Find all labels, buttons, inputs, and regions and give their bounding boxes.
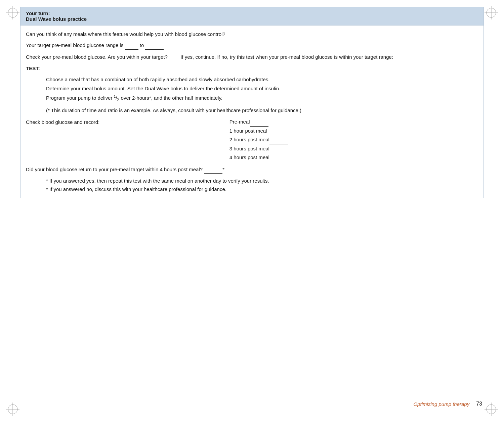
test-instruction-3: Program your pump to deliver 1/2 over 2-… xyxy=(46,94,478,103)
info-box-body: Can you think of any meals where this fe… xyxy=(20,26,484,198)
blank-4 xyxy=(204,166,222,174)
record-items: Pre-meal 1 hour post meal 2 hours post m… xyxy=(229,118,478,162)
question-3: Check your pre-meal blood glucose. Are y… xyxy=(26,53,478,61)
corner-mark-top-left xyxy=(6,6,19,19)
followup-block: * If you answered yes, then repeat this … xyxy=(46,177,478,193)
test-instruction-1: Choose a meal that has a combination of … xyxy=(46,76,478,83)
record-3hr: 3 hours post meal xyxy=(229,144,478,153)
subtitle-label: Dual Wave bolus practice xyxy=(26,16,478,22)
blank-1 xyxy=(125,41,138,49)
corner-mark-bottom-left xyxy=(6,403,19,416)
disclaimer-text: (* This duration of time and ratio is an… xyxy=(46,106,478,114)
disclaimer-block: (* This duration of time and ratio is an… xyxy=(46,106,478,114)
your-turn-label: Your turn: xyxy=(26,10,478,16)
test-instructions-block: Choose a meal that has a combination of … xyxy=(46,76,478,103)
blank-2 xyxy=(145,41,164,49)
info-box: Your turn: Dual Wave bolus practice Can … xyxy=(20,7,484,198)
corner-mark-top-right xyxy=(485,6,498,19)
record-4hr: 4 hours post meal xyxy=(229,153,478,162)
main-content: Your turn: Dual Wave bolus practice Can … xyxy=(20,7,484,198)
info-box-header: Your turn: Dual Wave bolus practice xyxy=(20,7,484,26)
page-number: 73 xyxy=(476,401,482,407)
test-label: TEST: xyxy=(26,64,478,72)
blank-3 xyxy=(169,53,179,61)
record-1hr: 1 hour post meal xyxy=(229,127,478,136)
followup-1: * If you answered yes, then repeat this … xyxy=(46,177,478,185)
test-instruction-2: Determine your meal bolus amount. Set th… xyxy=(46,85,478,92)
followup-2: * If you answered no, discuss this with … xyxy=(46,185,478,193)
record-section: Check blood glucose and record: Pre-meal… xyxy=(26,118,478,162)
page-footer: Optimizing pump therapy 73 xyxy=(413,401,482,407)
record-2hr: 2 hours post meal xyxy=(229,135,478,144)
corner-mark-bottom-right xyxy=(485,403,498,416)
record-pre-meal: Pre-meal xyxy=(229,118,478,127)
question-2: Your target pre-meal blood glucose range… xyxy=(26,41,478,49)
footer-text: Optimizing pump therapy xyxy=(413,401,469,407)
question-4: Did your blood glucose return to your pr… xyxy=(26,166,478,174)
check-label: Check blood glucose and record: xyxy=(26,118,229,126)
question-1: Can you think of any meals where this fe… xyxy=(26,30,478,38)
